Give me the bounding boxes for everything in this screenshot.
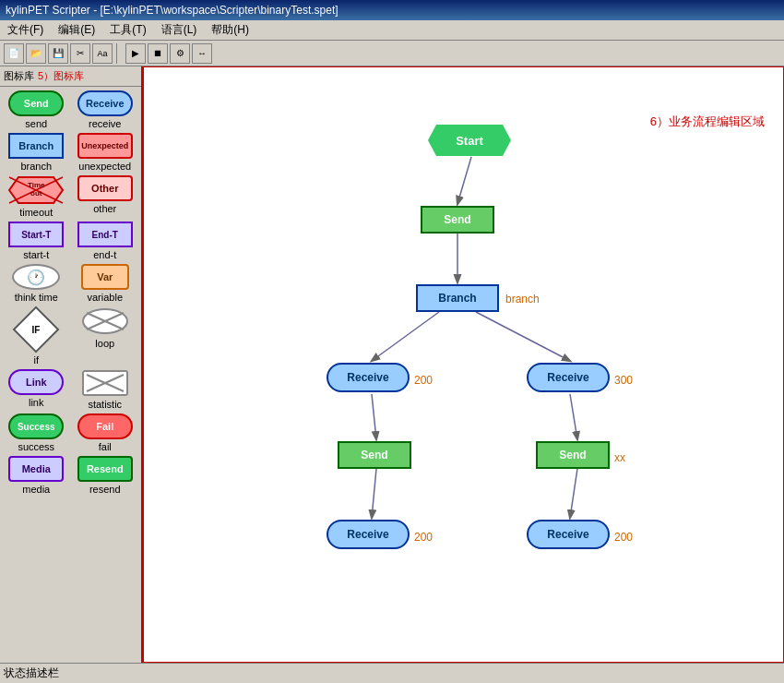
menu-edit[interactable]: 编辑(E) (54, 20, 99, 40)
var-shape: Var (81, 264, 129, 290)
aa-button[interactable]: Aa (92, 43, 113, 64)
receive-label: receive (89, 118, 121, 129)
toolbar: 📄 📂 💾 ✂ Aa ▶ ⏹ ⚙ ↔ (0, 41, 784, 66)
open-icon: 📂 (30, 48, 42, 58)
run-icon: ▶ (132, 48, 139, 58)
sidebar-item-statistic[interactable]: statistic (73, 369, 138, 410)
toolbar-separator (116, 43, 122, 64)
statistic-label: statistic (88, 399, 122, 410)
sidebar-item-other[interactable]: Other other (73, 175, 138, 218)
sidebar-item-link[interactable]: Link link (4, 369, 69, 410)
new-icon: 📄 (8, 48, 19, 58)
link-shape: Link (8, 369, 64, 395)
cut-icon: ✂ (77, 48, 84, 58)
timeout-shape: Timeout (7, 175, 65, 205)
node-send-1-label: Send (444, 213, 470, 226)
node-send-2-label: Send (361, 449, 387, 461)
end-t-shape: End-T (77, 222, 133, 247)
unexpected-label: unexpected (78, 161, 131, 172)
send-label: send (25, 118, 47, 129)
status-bar: 状态描述栏 (0, 663, 784, 683)
if-label: if (34, 354, 40, 365)
timeout-label: timeout (19, 207, 53, 218)
stop-icon: ⏹ (153, 48, 162, 58)
sidebar-item-receive[interactable]: Receive receive (73, 90, 138, 129)
var-label: variable (87, 292, 123, 303)
media-shape: Media (8, 456, 64, 482)
node-receive-4-tag: 200 (614, 531, 633, 544)
sidebar-item-branch[interactable]: Branch branch (4, 133, 69, 172)
menu-file[interactable]: 文件(F) (4, 20, 47, 40)
flow-arrows (144, 67, 783, 662)
canvas-area[interactable]: 6）业务流程编辑区域 (143, 66, 784, 663)
open-button[interactable]: 📂 (26, 43, 46, 64)
sidebar-item-if[interactable]: IF if (4, 306, 69, 365)
sidebar-item-fail[interactable]: Fail fail (73, 413, 138, 452)
arrow-icon: ↔ (197, 48, 207, 58)
title-text: kylinPET Scripter - [E:\kylinPET\workspa… (6, 4, 339, 17)
svg-line-14 (570, 394, 577, 439)
link-label: link (29, 397, 44, 408)
node-send-3-tag: xx (614, 451, 625, 464)
svg-line-15 (372, 469, 376, 518)
node-receive-4-label: Receive (547, 528, 588, 541)
sidebar-item-end-t[interactable]: End-T end-t (73, 222, 138, 260)
node-send-3[interactable]: Send (536, 441, 610, 469)
node-branch[interactable]: Branch (416, 284, 499, 312)
node-receive-3[interactable]: Receive (327, 520, 410, 549)
sidebar-item-unexpected[interactable]: Unexpected unexpected (73, 133, 138, 172)
canvas-label: 6）业务流程编辑区域 (650, 114, 765, 130)
node-receive-2-tag: 300 (614, 374, 633, 387)
sidebar-item-send[interactable]: Send send (4, 90, 69, 129)
node-receive-4[interactable]: Receive (527, 520, 610, 549)
sidebar-item-var[interactable]: Var variable (73, 264, 138, 303)
save-icon: 💾 (53, 48, 64, 58)
menu-language[interactable]: 语言(L) (158, 20, 201, 40)
sidebar-header: 图标库 5）图标库 (0, 66, 141, 87)
sidebar-item-start-t[interactable]: Start-T start-t (4, 222, 69, 260)
node-receive-2-label: Receive (547, 371, 588, 384)
think-label: think time (15, 292, 58, 303)
sidebar-item-think[interactable]: 🕐 think time (4, 264, 69, 303)
node-receive-1[interactable]: Receive (327, 363, 410, 392)
branch-label: branch (20, 161, 52, 172)
new-button[interactable]: 📄 (4, 43, 24, 64)
build-button[interactable]: ⚙ (170, 43, 190, 64)
if-shape: IF (13, 306, 59, 353)
sidebar-item-loop[interactable]: loop (73, 306, 138, 365)
success-label: success (18, 441, 54, 452)
sidebar-item-resend[interactable]: Resend resend (73, 456, 138, 495)
stop-button[interactable]: ⏹ (148, 43, 168, 64)
sidebar-item-success[interactable]: Success success (4, 413, 69, 452)
start-t-shape: Start-T (8, 222, 64, 247)
node-start[interactable]: Start (428, 125, 511, 156)
statistic-shape (81, 369, 129, 397)
node-send-1[interactable]: Send (421, 206, 494, 234)
success-shape: Success (8, 413, 64, 439)
node-receive-1-label: Receive (347, 371, 388, 384)
node-receive-2[interactable]: Receive (527, 363, 610, 392)
unexpected-shape: Unexpected (77, 133, 133, 159)
menu-help[interactable]: 帮助(H) (208, 20, 253, 40)
resend-label: resend (89, 484, 121, 495)
save-button[interactable]: 💾 (48, 43, 68, 64)
svg-line-12 (476, 312, 570, 361)
other-shape: Other (77, 175, 133, 201)
svg-line-11 (372, 312, 439, 361)
sidebar-item-media[interactable]: Media media (4, 456, 69, 495)
cut-button[interactable]: ✂ (70, 43, 90, 64)
sidebar-item-timeout[interactable]: Timeout timeout (4, 175, 69, 218)
build-icon: ⚙ (176, 48, 184, 58)
menu-tools[interactable]: 工具(T) (106, 20, 149, 40)
svg-line-9 (457, 157, 471, 204)
sidebar-tag: 5）图标库 (38, 69, 84, 83)
svg-line-16 (570, 469, 577, 518)
title-bar: kylinPET Scripter - [E:\kylinPET\workspa… (0, 0, 784, 20)
run-button[interactable]: ▶ (125, 43, 146, 64)
arrow-button[interactable]: ↔ (192, 43, 212, 64)
node-receive-1-tag: 200 (414, 374, 433, 387)
node-branch-label: Branch (438, 292, 476, 305)
icon-grid: Send send Receive receive Branch branch … (0, 87, 141, 498)
node-send-2[interactable]: Send (338, 441, 411, 469)
send-shape: Send (8, 90, 64, 116)
